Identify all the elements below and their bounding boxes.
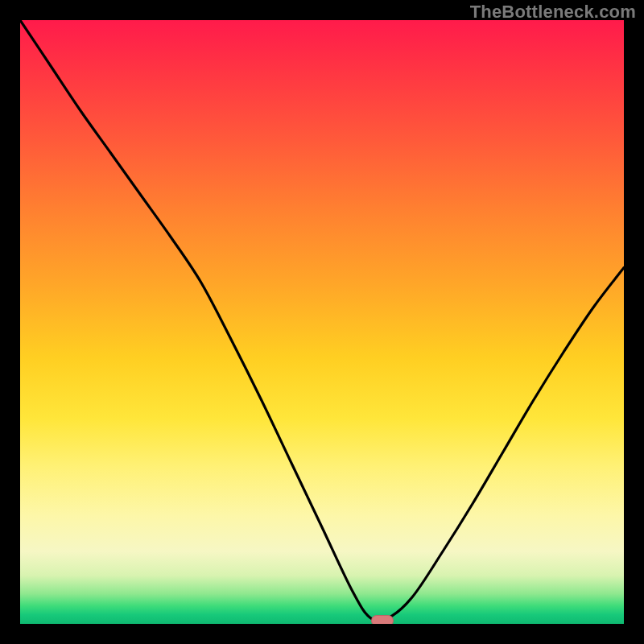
optimal-point-marker <box>371 615 394 625</box>
chart-frame: TheBottleneck.com <box>0 0 644 644</box>
plot-area <box>20 20 624 624</box>
bottleneck-curve <box>20 20 624 624</box>
